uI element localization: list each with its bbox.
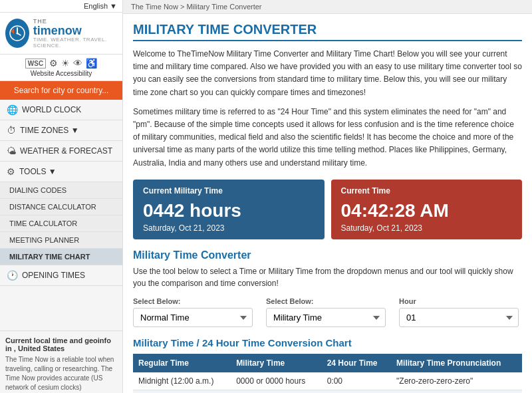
table-row: 1:00 a.m.0100 or 0100 hours1:00"Zero one… [133,390,522,393]
local-info-section: Current local time and geoinfo in , Unit… [0,330,122,393]
accessibility-icon[interactable]: ♿ [86,58,97,68]
hour-label: Hour [399,297,519,305]
normal-time-dropdown[interactable]: Normal Time Military Time [133,308,253,327]
sidebar: English ▼ THE timenow TIME. WEATHER. TRA… [0,0,123,393]
col-24-hour-time: 24 Hour Time [322,354,391,372]
current-time-value: 04:42:28 AM [341,201,513,221]
world-clock-icon: 🌐 [7,104,18,115]
logo-name: timenow [33,25,117,37]
chart-header-row: Regular Time Military Time 24 Hour Time … [133,354,522,372]
sidebar-item-distance-calculator[interactable]: DISTANCE CALCULATOR [0,199,122,215]
wsc-badge: WSC [25,59,46,68]
search-button[interactable]: Search for city or country... [0,81,122,100]
time-display-boxes: Current Military Time 0442 hours Saturda… [133,180,522,240]
main-content: The Time Now > Military Time Converter M… [123,0,532,393]
col-pronunciation: Military Time Pronunciation [391,354,522,372]
accessibility-icons: WSC ⚙ ☀ 👁 ♿ [25,58,97,68]
time-zones-label: TIME ZONES ▼ [20,126,79,135]
converter-description: Use the tool below to select a Time or M… [133,265,522,289]
select-label-2: Select Below: [266,297,386,305]
current-time-date: Saturday, Oct 21, 2023 [341,223,513,233]
military-time-chart-label: MILITARY TIME CHART [9,253,90,261]
content-area: MILITARY TIME CONVERTER Welcome to TheTi… [123,14,532,393]
opening-times-icon: 🕐 [7,270,18,281]
sidebar-item-dialing-codes[interactable]: DIALING CODES [0,182,122,199]
current-time-box: Current Time 04:42:28 AM Saturday, Oct 2… [331,180,523,240]
col-military-time: Military Time [231,354,322,372]
distance-calculator-label: DISTANCE CALCULATOR [9,203,96,211]
sidebar-item-world-clock[interactable]: 🌐 WORLD CLOCK [0,100,122,120]
intro-paragraph-2: Sometimes military time is referred to a… [133,106,522,170]
sidebar-item-time-calculator[interactable]: TIME CALCULATOR [0,215,122,232]
weather-label: WEATHER & FORECAST [20,146,112,156]
logo-text: THE timenow TIME. WEATHER. TRAVEL. SCIEN… [33,18,117,49]
sidebar-item-weather[interactable]: 🌤 WEATHER & FORECAST [0,141,122,162]
chart-body: Midnight (12:00 a.m.)0000 or 0000 hours0… [133,372,522,393]
language-label: English [84,2,108,10]
table-row: Midnight (12:00 a.m.)0000 or 0000 hours0… [133,372,522,390]
logo-area: THE timenow TIME. WEATHER. TRAVEL. SCIEN… [0,13,122,55]
dialing-codes-label: DIALING CODES [9,186,66,194]
language-selector[interactable]: English ▼ [0,0,122,13]
opening-times-label: OPENING TIMES [22,271,85,280]
language-dropdown-icon: ▼ [110,2,117,10]
time-calculator-label: TIME CALCULATOR [9,219,77,227]
page-title: MILITARY TIME CONVERTER [133,22,522,41]
intro-paragraph-1: Welcome to TheTimeNow Military Time Conv… [133,48,522,99]
military-time-box: Current Military Time 0442 hours Saturda… [133,180,325,240]
svg-point-4 [16,33,18,35]
hour-dropdown[interactable]: 01 02 03 [399,308,519,327]
converter-dropdowns: Select Below: Normal Time Military Time … [133,297,522,327]
col-regular-time: Regular Time [133,354,231,372]
brightness-icon[interactable]: ☀ [61,58,70,68]
sidebar-item-time-zones[interactable]: ⏱ TIME ZONES ▼ [0,120,122,141]
tools-label: TOOLS ▼ [19,167,57,176]
military-time-date: Saturday, Oct 21, 2023 [143,223,315,233]
local-info-title: Current local time and geoinfo in , Unit… [5,336,117,352]
select-label-1: Select Below: [133,297,253,305]
sidebar-item-military-time-chart[interactable]: MILITARY TIME CHART [0,249,122,265]
weather-icon: 🌤 [7,146,16,156]
current-time-header: Current Time [341,186,513,196]
logo-icon [5,19,29,48]
dropdown-group-1: Select Below: Normal Time Military Time [133,297,253,327]
accessibility-section: WSC ⚙ ☀ 👁 ♿ Website Accessibility [0,55,122,81]
dropdown-group-hour: Hour 01 02 03 [399,297,519,327]
sidebar-item-opening-times[interactable]: 🕐 OPENING TIMES [0,265,122,286]
logo-tagline: TIME. WEATHER. TRAVEL. SCIENCE. [33,37,117,49]
sidebar-item-tools[interactable]: ⚙ TOOLS ▼ [0,162,122,182]
dropdown-group-2: Select Below: Military Time Normal Time [266,297,386,327]
tools-icon: ⚙ [7,166,15,177]
sidebar-item-meeting-planner[interactable]: MEETING PLANNER [0,232,122,249]
local-info-text: The Time Now is a reliable tool when tra… [5,355,117,393]
converter-section-title: Military Time Converter [133,249,522,261]
military-time-value: 0442 hours [143,201,315,221]
conversion-chart-table: Regular Time Military Time 24 Hour Time … [133,354,522,393]
military-time-header: Current Military Time [143,186,315,196]
chart-title: Military Time / 24 Hour Time Conversion … [133,337,522,348]
settings-icon[interactable]: ⚙ [49,58,58,68]
meeting-planner-label: MEETING PLANNER [9,236,79,244]
time-zones-icon: ⏱ [7,125,16,136]
world-clock-label: WORLD CLOCK [22,105,81,114]
accessibility-label: Website Accessibility [31,70,92,77]
military-time-dropdown[interactable]: Military Time Normal Time [266,308,386,327]
eye-icon[interactable]: 👁 [73,58,82,68]
breadcrumb: The Time Now > Military Time Converter [123,0,532,14]
